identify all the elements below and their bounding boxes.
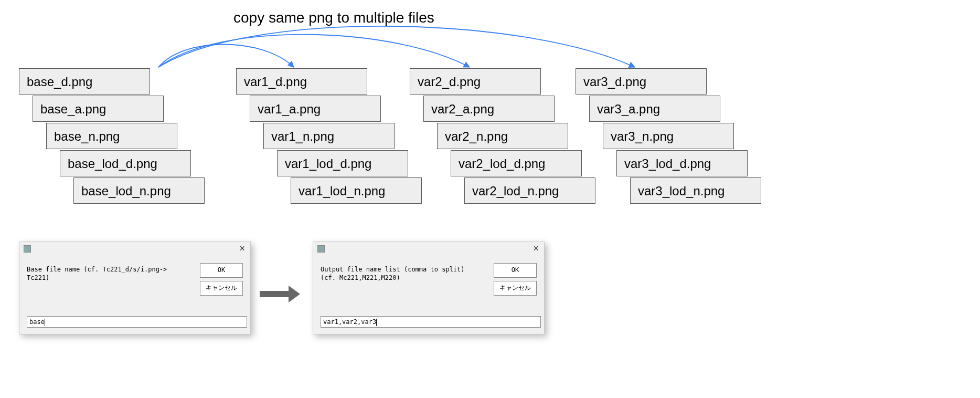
input-value: var1,var2,var3	[323, 318, 376, 326]
file-card: var2_n.png	[437, 123, 568, 149]
close-icon[interactable]: ×	[239, 243, 245, 254]
dialog-prompt: Base file name (cf. Tc221_d/s/i.png-> Tc…	[27, 265, 174, 282]
dialog-base-filename: × Base file name (cf. Tc221_d/s/i.png-> …	[19, 242, 251, 334]
file-card: var3_lod_d.png	[616, 150, 748, 176]
file-card: base_n.png	[46, 123, 177, 149]
base-filename-input[interactable]: base	[27, 316, 247, 328]
file-card: var1_lod_d.png	[277, 150, 408, 176]
file-card: base_lod_n.png	[73, 177, 205, 204]
close-icon[interactable]: ×	[533, 243, 539, 254]
text-caret	[45, 319, 45, 326]
file-card: var3_n.png	[603, 123, 734, 149]
file-card: base_a.png	[33, 96, 164, 122]
file-card: var1_lod_n.png	[291, 177, 422, 204]
dialog-sys-icon	[24, 245, 31, 253]
dialog-sys-icon	[317, 245, 325, 253]
ok-button[interactable]: OK	[200, 263, 243, 278]
file-card: var3_d.png	[576, 68, 707, 95]
file-card: var1_a.png	[250, 96, 381, 122]
output-list-input[interactable]: var1,var2,var3	[321, 316, 541, 328]
file-card: base_d.png	[19, 68, 150, 95]
file-card: var2_lod_d.png	[451, 150, 582, 176]
cancel-button[interactable]: キャンセル	[494, 281, 537, 296]
ok-button[interactable]: OK	[494, 263, 537, 278]
file-card: var1_d.png	[236, 68, 367, 95]
arrow-right-icon	[260, 284, 302, 305]
file-card: var2_a.png	[423, 96, 555, 122]
text-caret	[376, 319, 377, 326]
dialog-output-list: × Output file name list (comma to split)…	[313, 242, 545, 334]
file-card: var2_d.png	[410, 68, 541, 95]
cancel-button[interactable]: キャンセル	[200, 281, 243, 296]
file-card: var2_lod_n.png	[464, 177, 595, 204]
dialog-prompt: Output file name list (comma to split) (…	[321, 265, 467, 282]
file-card: base_lod_d.png	[60, 150, 191, 176]
input-value: base	[29, 318, 45, 326]
file-card: var1_n.png	[263, 123, 395, 149]
caption: copy same png to multiple files	[233, 9, 434, 26]
file-card: var3_lod_n.png	[630, 177, 761, 204]
file-card: var3_a.png	[589, 96, 720, 122]
